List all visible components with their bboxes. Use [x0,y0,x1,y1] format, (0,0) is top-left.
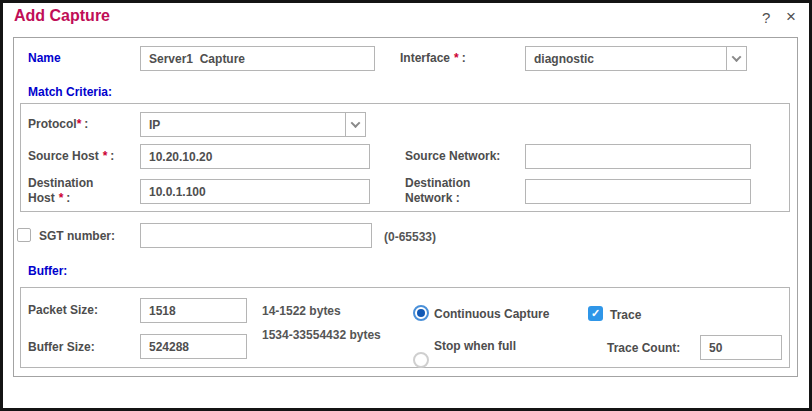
trace-count-input[interactable] [700,335,782,360]
destination-network-input[interactable] [525,179,751,204]
trace-label: Trace [610,308,641,322]
packet-size-hint: 14-1522 bytes [262,303,341,319]
interface-select[interactable]: diagnostic [525,46,747,71]
dialog-title: Add Capture [14,7,110,25]
continuous-capture-label: Continuous Capture [434,307,549,321]
sgt-number-input[interactable] [140,223,372,248]
trace-checkbox[interactable]: ✓ [588,306,603,321]
add-capture-dialog: Add Capture ? × Name Interface*: diagnos… [0,0,812,411]
interface-label: Interface*: [400,51,466,66]
required-asterisk: * [454,51,459,65]
protocol-label: Protocol*: [28,117,88,132]
match-criteria-heading: Match Criteria: [28,85,112,99]
sgt-checkbox[interactable] [17,228,31,242]
close-icon[interactable]: × [786,8,796,25]
sgt-label: SGT number: [39,229,115,244]
destination-host-input[interactable] [140,179,370,204]
buffer-heading: Buffer: [28,264,67,278]
stop-when-full-radio[interactable] [413,352,429,368]
destination-host-label: Destination Host*: [28,176,120,206]
source-network-label: Source Network: [405,149,500,164]
name-label: Name [28,51,61,65]
source-host-input[interactable] [140,144,370,169]
required-asterisk: * [59,191,64,205]
stop-when-full-label: Stop when full [434,339,516,353]
destination-network-label: Destination Network : [405,176,497,206]
chevron-down-icon [726,47,746,70]
checkmark-icon: ✓ [591,308,600,319]
buffer-size-input[interactable] [140,334,247,359]
trace-count-label: Trace Count: [607,341,680,356]
protocol-selected-value: IP [141,113,345,136]
packet-size-label: Packet Size: [28,303,98,318]
protocol-select[interactable]: IP [140,112,366,137]
name-input[interactable] [140,46,375,71]
source-host-label: Source Host*: [28,149,114,164]
source-network-input[interactable] [525,144,751,169]
buffer-size-label: Buffer Size: [28,340,95,355]
sgt-range-hint: (0-65533) [384,229,436,245]
chevron-down-icon [345,113,365,136]
packet-size-input[interactable] [140,298,247,323]
required-asterisk: * [103,149,108,163]
interface-selected-value: diagnostic [526,47,726,70]
help-icon[interactable]: ? [762,10,770,25]
continuous-capture-radio[interactable] [413,305,429,321]
required-asterisk: * [77,117,82,131]
buffer-size-hint: 1534-33554432 bytes [262,327,392,343]
